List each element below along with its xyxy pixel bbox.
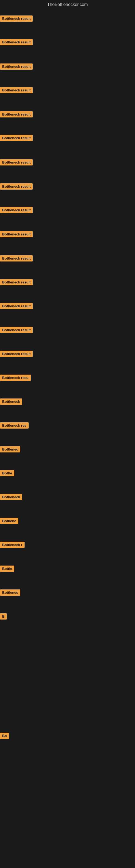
bottleneck-item[interactable]: Bottleneck result (0, 39, 33, 46)
bottleneck-badge: Bottlenec (0, 446, 20, 453)
bottleneck-item[interactable]: Bottleneck resu (0, 375, 31, 382)
bottleneck-item[interactable]: Bottleneck result (0, 231, 33, 239)
bottleneck-badge: Bottleneck res (0, 422, 29, 429)
bottleneck-badge: Bottleneck (0, 494, 22, 500)
bottleneck-item[interactable]: Bottleneck result (0, 303, 33, 310)
bottleneck-badge: B (0, 613, 7, 620)
bottleneck-badge: Bottleneck (0, 399, 22, 405)
bottleneck-item[interactable]: Bottlenec (0, 589, 20, 597)
bottleneck-badge: Bottleneck result (0, 279, 33, 285)
bottleneck-badge: Bottleneck result (0, 87, 33, 93)
bottleneck-badge: Bottleneck result (0, 183, 33, 190)
bottleneck-item[interactable]: Bottleneck result (0, 351, 33, 358)
bottleneck-item[interactable]: Bottleneck result (0, 159, 33, 166)
bottleneck-badge: Bottleneck result (0, 303, 33, 309)
bottleneck-badge: Bottleneck result (0, 255, 33, 261)
bottleneck-item[interactable]: Bottleneck (0, 399, 22, 406)
bottleneck-item[interactable]: Bottleneck result (0, 327, 33, 334)
bottleneck-item[interactable]: B (0, 613, 7, 621)
bottleneck-item[interactable]: Bo (0, 733, 9, 740)
bottleneck-badge: Bottleneck result (0, 135, 33, 141)
bottleneck-item[interactable]: Bottleneck result (0, 63, 33, 71)
bottleneck-badge: Bottleneck result (0, 16, 33, 22)
bottleneck-item[interactable]: Bottleneck result (0, 111, 33, 119)
bottleneck-badge: Bottleneck result (0, 231, 33, 237)
bottleneck-badge: Bottleneck result (0, 159, 33, 165)
bottleneck-item[interactable]: Bottleneck result (0, 255, 33, 262)
bottleneck-badge: Bottle (0, 565, 14, 572)
bottleneck-badge: Bottleneck r (0, 542, 25, 548)
bottleneck-item[interactable]: Bottleneck res (0, 422, 29, 430)
bottleneck-badge: Bottleneck result (0, 207, 33, 213)
bottleneck-item[interactable]: Bottleneck result (0, 16, 33, 23)
bottleneck-badge: Bottleneck result (0, 63, 33, 70)
bottleneck-item[interactable]: Bottleneck r (0, 542, 25, 549)
bottleneck-badge: Bo (0, 733, 9, 739)
bottleneck-item[interactable]: Bottleneck result (0, 183, 33, 191)
bottleneck-item[interactable]: Bottleneck result (0, 87, 33, 94)
site-title-text: TheBottlenecker.com (47, 2, 88, 7)
bottleneck-badge: Bottlene (0, 518, 18, 524)
bottleneck-badge: Bottleneck resu (0, 375, 31, 381)
bottleneck-item[interactable]: Bottlenec (0, 446, 20, 454)
bottleneck-item[interactable]: Bottleneck (0, 494, 22, 501)
bottleneck-item[interactable]: Bottle (0, 470, 14, 477)
bottleneck-item[interactable]: Bottleneck result (0, 279, 33, 286)
bottleneck-item[interactable]: Bottleneck result (0, 207, 33, 214)
bottleneck-badge: Bottleneck result (0, 111, 33, 118)
bottleneck-item[interactable]: Bottle (0, 565, 14, 573)
bottleneck-badge: Bottleneck result (0, 39, 33, 45)
bottleneck-badge: Bottle (0, 470, 14, 476)
bottleneck-badge: Bottlenec (0, 589, 20, 596)
bottleneck-badge: Bottleneck result (0, 351, 33, 357)
bottleneck-item[interactable]: Bottleneck result (0, 135, 33, 142)
bottleneck-badge: Bottleneck result (0, 327, 33, 333)
bottleneck-item[interactable]: Bottlene (0, 518, 18, 525)
site-title: TheBottlenecker.com (0, 0, 135, 8)
